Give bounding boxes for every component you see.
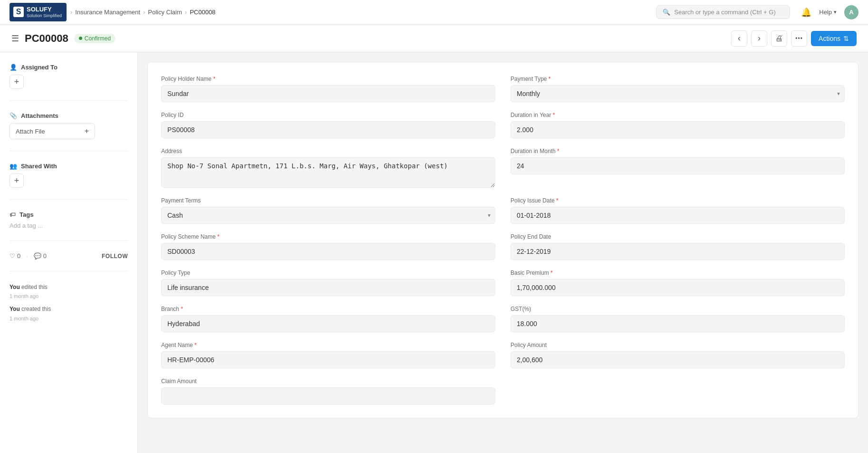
- branch-group: Branch *: [161, 306, 495, 332]
- likes-item[interactable]: ♡ 0: [10, 252, 20, 260]
- policy-amount-input[interactable]: [511, 351, 845, 368]
- duration-year-input[interactable]: [511, 121, 845, 138]
- activity-1-bold: You: [10, 306, 20, 312]
- gst-input[interactable]: [511, 315, 845, 332]
- top-navigation: S SOLUFY Solution Simplified › Insurance…: [0, 0, 868, 25]
- address-label: Address: [161, 148, 495, 154]
- comment-icon: 💬: [34, 252, 41, 260]
- divider-2: [10, 151, 128, 151]
- policy-holder-name-input[interactable]: [161, 85, 495, 102]
- follow-button[interactable]: FOLLOW: [102, 253, 128, 260]
- policy-id-label: Policy ID: [161, 112, 495, 118]
- actions-label: Actions: [819, 35, 840, 42]
- header-actions: ‹ › 🖨 ••• Actions ⇅: [731, 30, 857, 47]
- claim-amount-label: Claim Amount: [161, 378, 495, 385]
- duration-year-group: Duration in Year *: [511, 112, 845, 138]
- print-icon: 🖨: [775, 34, 783, 43]
- add-assigned-button[interactable]: +: [10, 75, 24, 89]
- basic-premium-input[interactable]: [511, 279, 845, 296]
- status-badge: Confirmed: [74, 34, 116, 43]
- gst-label: GST(%): [511, 306, 845, 312]
- activity-1-rest: created this: [20, 306, 51, 312]
- add-shared-button[interactable]: +: [10, 173, 24, 188]
- breadcrumb-sep1: ›: [143, 9, 145, 16]
- actions-button[interactable]: Actions ⇅: [811, 31, 857, 46]
- print-button[interactable]: 🖨: [771, 30, 787, 47]
- social-row: ♡ 0 · 💬 0 FOLLOW: [10, 252, 128, 260]
- logo[interactable]: S SOLUFY Solution Simplified: [10, 3, 67, 21]
- likes-count: 0: [17, 252, 20, 260]
- payment-type-group: Payment Type * Monthly ▾: [511, 76, 845, 102]
- divider-5: [10, 271, 128, 271]
- tags-title: 🏷 Tags: [10, 211, 128, 218]
- gst-group: GST(%): [511, 306, 845, 332]
- breadcrumb-item-current: PC00008: [190, 9, 215, 16]
- policy-type-input[interactable]: [161, 279, 495, 296]
- next-button[interactable]: ›: [751, 30, 767, 47]
- heart-icon: ♡: [10, 252, 15, 260]
- attachments-section: 📎 Attachments Attach File +: [10, 112, 128, 139]
- shared-with-section: 👥 Shared With +: [10, 163, 128, 188]
- shared-with-label: Shared With: [21, 163, 57, 170]
- policy-end-date-label: Policy End Date: [511, 233, 845, 240]
- payment-terms-group: Payment Terms Cash ▾: [161, 197, 495, 224]
- breadcrumb-sep0: ›: [70, 9, 72, 16]
- comments-item[interactable]: 💬 0: [34, 252, 47, 260]
- page-title: PC00008: [25, 32, 68, 45]
- address-input[interactable]: Shop No-7 Sonal Apartmetn, 171 L.b.s. Ma…: [161, 157, 495, 188]
- policy-type-group: Policy Type: [161, 270, 495, 296]
- form-grid: Policy Holder Name * Payment Type * Mont…: [161, 76, 845, 405]
- claim-amount-input[interactable]: [161, 387, 495, 405]
- sidebar: 👤 Assigned To + 📎 Attachments Attach Fil…: [0, 52, 138, 453]
- person-icon: 👤: [10, 64, 17, 71]
- content-area: Policy Holder Name * Payment Type * Mont…: [138, 52, 868, 453]
- agent-name-input[interactable]: [161, 351, 495, 368]
- paperclip-icon: 📎: [10, 112, 17, 119]
- policy-id-input[interactable]: [161, 121, 495, 138]
- policy-scheme-name-input[interactable]: [161, 243, 495, 260]
- policy-holder-name-group: Policy Holder Name *: [161, 76, 495, 102]
- policy-amount-group: Policy Amount: [511, 342, 845, 368]
- comments-count: 0: [43, 252, 47, 260]
- branch-input[interactable]: [161, 315, 495, 332]
- policy-amount-label: Policy Amount: [511, 342, 845, 348]
- tag-icon: 🏷: [10, 211, 16, 218]
- status-label: Confirmed: [85, 35, 111, 42]
- prev-button[interactable]: ‹: [731, 30, 747, 47]
- policy-end-date-group: Policy End Date: [511, 233, 845, 260]
- payment-terms-select[interactable]: Cash: [161, 207, 495, 224]
- breadcrumb-item-insurance[interactable]: Insurance Management: [75, 9, 140, 16]
- more-options-button[interactable]: •••: [791, 30, 807, 47]
- duration-year-label: Duration in Year *: [511, 112, 845, 118]
- attach-plus-icon: +: [85, 127, 89, 135]
- basic-premium-label: Basic Premium *: [511, 270, 845, 276]
- tags-label: Tags: [19, 211, 33, 218]
- search-placeholder: Search or type a command (Ctrl + G): [674, 9, 776, 16]
- help-button[interactable]: Help ▾: [819, 9, 837, 16]
- claim-amount-group: Claim Amount: [161, 378, 495, 405]
- payment-terms-label: Payment Terms: [161, 197, 495, 204]
- duration-month-label: Duration in Month *: [511, 148, 845, 154]
- actions-arrow-icon: ⇅: [843, 35, 849, 42]
- policy-end-date-input[interactable]: [511, 243, 845, 260]
- activity-0-bold: You: [10, 284, 20, 290]
- search-bar[interactable]: 🔍 Search or type a command (Ctrl + G): [656, 5, 790, 19]
- nav-icons: 🔔 Help ▾ A: [801, 5, 858, 19]
- payment-type-label: Payment Type *: [511, 76, 845, 82]
- breadcrumb-item-claim[interactable]: Policy Claim: [148, 9, 182, 16]
- payment-type-select[interactable]: Monthly: [511, 85, 845, 102]
- agent-name-group: Agent Name *: [161, 342, 495, 368]
- tags-section: 🏷 Tags Add a tag ...: [10, 211, 128, 229]
- attachments-title: 📎 Attachments: [10, 112, 128, 119]
- duration-month-input[interactable]: [511, 157, 845, 174]
- hamburger-icon[interactable]: ☰: [11, 33, 19, 44]
- divider-1: [10, 100, 128, 101]
- tag-input[interactable]: Add a tag ...: [10, 222, 128, 229]
- policy-issue-date-input[interactable]: [511, 207, 845, 224]
- avatar[interactable]: A: [844, 5, 858, 19]
- bell-icon[interactable]: 🔔: [801, 7, 811, 18]
- attach-file-button[interactable]: Attach File +: [10, 123, 95, 139]
- policy-scheme-name-label: Policy Scheme Name *: [161, 233, 495, 240]
- activity-0-rest: edited this: [20, 284, 48, 290]
- form-card: Policy Holder Name * Payment Type * Mont…: [147, 62, 858, 418]
